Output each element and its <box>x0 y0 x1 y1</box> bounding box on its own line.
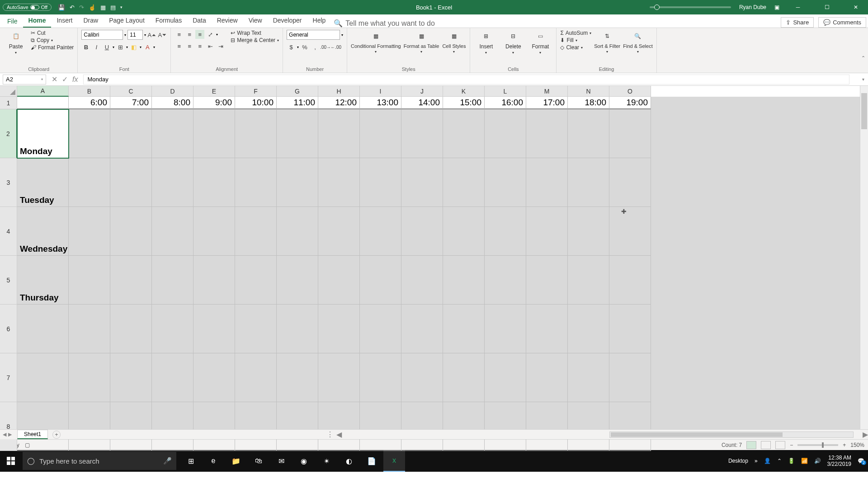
column-header[interactable]: H <box>318 86 360 97</box>
tell-me-search[interactable]: 🔍 Tell me what you want to do <box>334 19 434 28</box>
cell[interactable] <box>17 402 69 451</box>
cell[interactable] <box>609 402 651 451</box>
column-header[interactable]: G <box>277 86 318 97</box>
wrap-text-button[interactable]: ↩Wrap Text <box>231 30 279 36</box>
align-middle-icon[interactable]: ≡ <box>185 30 194 39</box>
cell[interactable] <box>193 207 235 256</box>
enter-formula-icon[interactable]: ✓ <box>62 75 68 84</box>
tab-page-layout[interactable]: Page Layout <box>104 14 150 28</box>
cell[interactable] <box>443 305 485 353</box>
align-bottom-icon[interactable]: ≡ <box>195 30 204 39</box>
ribbon-display-options-icon[interactable]: ▣ <box>774 4 779 10</box>
cell[interactable]: Monday <box>17 109 69 158</box>
cell[interactable] <box>401 207 443 256</box>
redo-icon[interactable]: ↷ <box>79 4 84 11</box>
cell[interactable] <box>277 353 318 402</box>
row-header[interactable]: 5 <box>0 256 17 305</box>
cell[interactable]: 18:00 <box>568 97 609 109</box>
cell[interactable] <box>318 353 360 402</box>
column-header[interactable]: M <box>526 86 568 97</box>
increase-decimal-icon[interactable]: .00→ <box>321 42 330 52</box>
app-store[interactable]: 🛍 <box>248 450 269 472</box>
cell[interactable] <box>193 109 235 158</box>
cell[interactable] <box>152 158 193 207</box>
cell[interactable] <box>568 158 609 207</box>
column-header[interactable]: D <box>152 86 193 97</box>
format-cells-button[interactable]: ▭Format▾ <box>528 30 552 55</box>
cell[interactable] <box>277 402 318 451</box>
cell[interactable] <box>69 207 110 256</box>
italic-button[interactable]: I <box>92 42 101 52</box>
cell[interactable] <box>235 305 277 353</box>
select-all-button[interactable] <box>0 86 17 97</box>
cell[interactable] <box>443 207 485 256</box>
cell[interactable] <box>110 207 152 256</box>
cell[interactable] <box>609 109 651 158</box>
underline-button[interactable]: U <box>102 42 111 52</box>
tab-developer[interactable]: Developer <box>268 14 307 28</box>
font-name-input[interactable] <box>81 30 123 40</box>
tray-chevron-up-icon[interactable]: ⌃ <box>777 458 782 464</box>
cell[interactable] <box>110 158 152 207</box>
cell[interactable] <box>235 109 277 158</box>
row-header[interactable]: 1 <box>0 97 17 109</box>
taskbar-search[interactable]: ◯ Type here to search 🎤 <box>23 452 176 470</box>
cell[interactable] <box>526 256 568 305</box>
cell[interactable] <box>401 158 443 207</box>
undo-icon[interactable]: ↶ <box>70 4 75 11</box>
qat-icon2[interactable]: ▤ <box>110 4 116 11</box>
format-painter-button[interactable]: 🖌Format Painter <box>31 44 74 51</box>
cell[interactable] <box>318 305 360 353</box>
cell[interactable] <box>360 109 401 158</box>
increase-font-icon[interactable]: A⏶ <box>147 30 156 39</box>
find-select-button[interactable]: 🔍Find & Select▾ <box>623 30 652 54</box>
tab-help[interactable]: Help <box>307 14 331 28</box>
app-explorer[interactable]: 📁 <box>225 450 247 472</box>
cell[interactable] <box>568 109 609 158</box>
titlebar-slider[interactable] <box>650 6 731 8</box>
sheet-tab[interactable]: Sheet1 <box>17 430 48 439</box>
row-header[interactable]: 3 <box>0 158 17 207</box>
cell[interactable] <box>110 305 152 353</box>
cell[interactable] <box>318 402 360 451</box>
comma-icon[interactable]: , <box>311 42 320 52</box>
cell[interactable]: 14:00 <box>401 97 443 109</box>
sheet-split-icon[interactable]: ⋮ <box>326 430 334 439</box>
copy-button[interactable]: ⧉Copy▾ <box>31 37 74 43</box>
task-view-button[interactable]: ⊞ <box>180 450 202 472</box>
column-header[interactable]: A <box>17 86 69 97</box>
cell[interactable] <box>235 402 277 451</box>
cell[interactable] <box>69 305 110 353</box>
cell[interactable]: 10:00 <box>235 97 277 109</box>
cell[interactable] <box>526 109 568 158</box>
fill-button[interactable]: ⬇Fill▾ <box>560 37 591 43</box>
app-chrome[interactable]: ◐ <box>338 450 360 472</box>
cell[interactable] <box>235 353 277 402</box>
column-header[interactable]: C <box>110 86 152 97</box>
cell[interactable] <box>401 353 443 402</box>
percent-icon[interactable]: % <box>300 42 309 52</box>
cell[interactable] <box>193 305 235 353</box>
tab-draw[interactable]: Draw <box>78 14 104 28</box>
row-header[interactable]: 8 <box>0 402 17 451</box>
row-header[interactable]: 7 <box>0 353 17 402</box>
insert-cells-button[interactable]: ⊞Insert▾ <box>474 30 498 55</box>
tab-file[interactable]: File <box>2 15 23 28</box>
decrease-font-icon[interactable]: A⏷ <box>158 30 167 39</box>
cell[interactable] <box>485 402 526 451</box>
cell[interactable] <box>401 305 443 353</box>
maximize-button[interactable]: ☐ <box>816 0 837 14</box>
cell[interactable] <box>401 402 443 451</box>
sort-filter-button[interactable]: ⇅Sort & Filter▾ <box>594 30 620 54</box>
border-button[interactable]: ⊞ <box>116 42 125 52</box>
align-center-icon[interactable]: ≡ <box>185 42 194 51</box>
cell[interactable] <box>110 109 152 158</box>
decrease-indent-icon[interactable]: ⇤ <box>206 42 215 51</box>
cell[interactable] <box>318 158 360 207</box>
cell[interactable] <box>568 256 609 305</box>
cell[interactable] <box>69 353 110 402</box>
hscroll-left-icon[interactable]: ◀ <box>336 430 342 439</box>
cell[interactable] <box>277 305 318 353</box>
cell[interactable] <box>318 207 360 256</box>
cell[interactable] <box>235 256 277 305</box>
